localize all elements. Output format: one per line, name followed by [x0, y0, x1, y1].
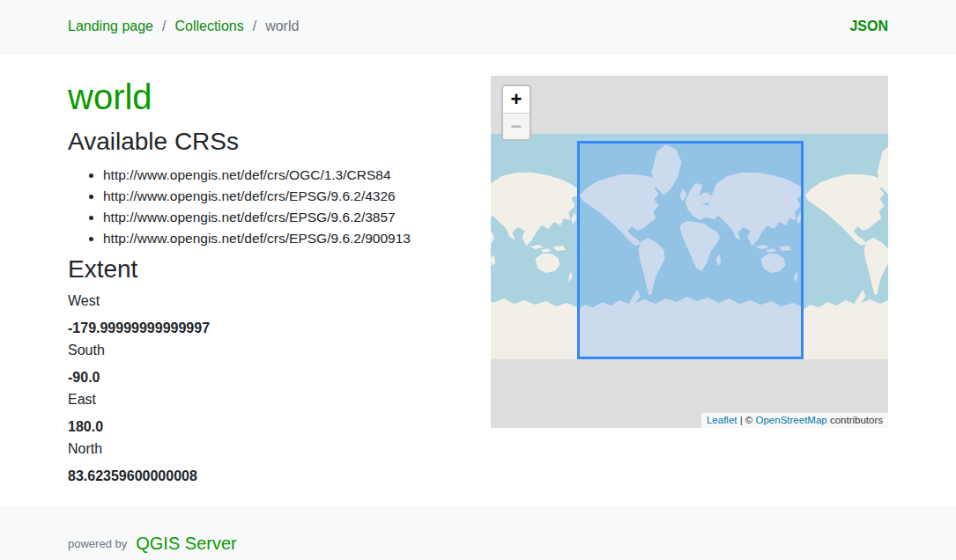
map-attribution: Leaflet | © OpenStreetMap contributors: [701, 413, 888, 428]
breadcrumb-separator: /: [162, 18, 166, 34]
crs-url-item: http://www.opengis.net/def/crs/EPSG/9.6.…: [103, 189, 482, 203]
extent-fields: West -179.99999999999997 South -90.0 Eas…: [68, 291, 482, 487]
extent-section-heading: Extent: [68, 254, 482, 284]
breadcrumb-link-landing-page[interactable]: Landing page: [68, 18, 153, 34]
breadcrumb-separator: /: [253, 18, 256, 34]
leaflet-link[interactable]: Leaflet: [707, 415, 737, 425]
attribution-divider: | ©: [737, 415, 755, 425]
json-format-link[interactable]: JSON: [849, 18, 888, 34]
extent-east-label: East: [68, 389, 482, 410]
powered-by-label: powered by: [68, 535, 127, 553]
extent-west-label: West: [68, 291, 482, 312]
zoom-out-button[interactable]: −: [503, 113, 530, 139]
extent-north-value: 83.62359600000008: [68, 466, 482, 487]
page-title: world: [68, 76, 482, 118]
crs-url-item: http://www.opengis.net/def/crs/EPSG/9.6.…: [103, 232, 482, 246]
breadcrumb-current-world: world: [265, 18, 299, 34]
map-zoom-control: + −: [501, 85, 531, 141]
header-bar: Landing page / Collections / world JSON: [0, 0, 956, 54]
crs-section-heading: Available CRSs: [68, 127, 482, 157]
extent-east-value: 180.0: [68, 416, 482, 438]
zoom-in-button[interactable]: +: [503, 86, 530, 113]
qgis-server-link[interactable]: QGIS Server: [136, 534, 236, 553]
extent-south-value: -90.0: [68, 367, 482, 388]
openstreetmap-link[interactable]: OpenStreetMap: [756, 415, 827, 425]
crs-url-item: http://www.opengis.net/def/crs/OGC/1.3/C…: [103, 168, 482, 182]
breadcrumb-link-collections[interactable]: Collections: [174, 18, 243, 34]
extent-rectangle-overlay: [577, 141, 804, 359]
extent-south-label: South: [68, 340, 482, 361]
map-viewport[interactable]: + − Leaflet | © OpenStreetMap contributo…: [491, 76, 888, 428]
extent-north-label: North: [68, 438, 482, 460]
main-content: world Available CRSs http://www.opengis.…: [0, 54, 956, 506]
collection-details: world Available CRSs http://www.opengis.…: [68, 76, 482, 487]
footer-bar: powered by QGIS Server: [0, 506, 956, 560]
breadcrumb: Landing page / Collections / world: [68, 18, 299, 34]
map-panel: + − Leaflet | © OpenStreetMap contributo…: [491, 76, 888, 428]
extent-west-value: -179.99999999999997: [68, 318, 482, 339]
attribution-suffix: contributors: [827, 415, 883, 425]
crs-list: http://www.opengis.net/def/crs/OGC/1.3/C…: [68, 168, 482, 246]
crs-url-item: http://www.opengis.net/def/crs/EPSG/9.6.…: [103, 210, 482, 225]
